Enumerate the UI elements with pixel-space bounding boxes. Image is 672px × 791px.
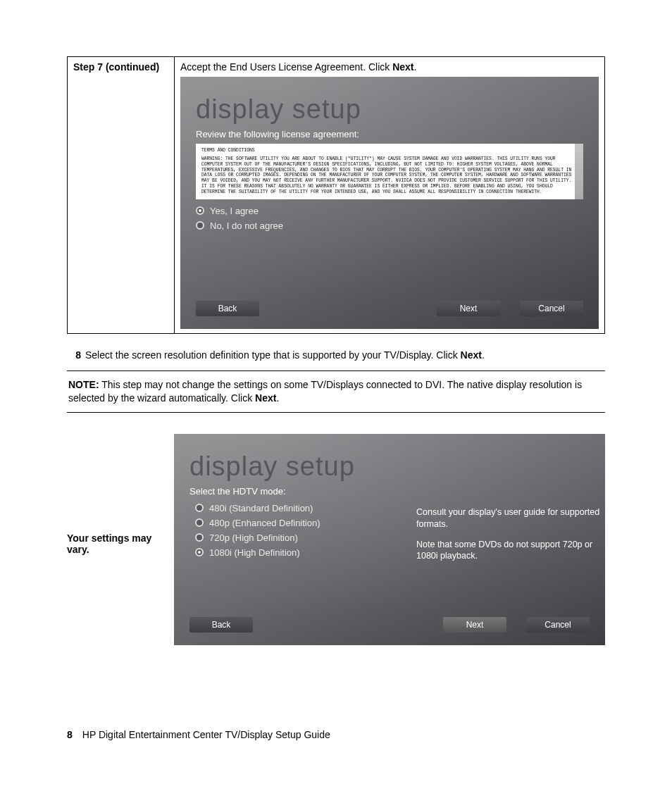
radio-480i[interactable]: 480i (Standard Definition): [174, 501, 416, 516]
note-label: NOTE:: [68, 379, 99, 390]
radio-1080i-label: 1080i (High Definition): [209, 547, 300, 558]
eula-body: WARNING: THE SOFTWARE UTILITY YOU ARE AB…: [201, 156, 578, 195]
note-body-post: .: [276, 392, 279, 404]
step8-text-bold: Next: [461, 349, 482, 361]
step8-text: Select the screen resolution definition …: [85, 349, 485, 361]
step8-text-post: .: [482, 349, 485, 361]
radio-no-label: No, I do not agree: [210, 220, 283, 231]
step7-label: Step 7 (continued): [68, 57, 175, 334]
radio-icon: [195, 518, 204, 527]
radio-1080i[interactable]: 1080i (High Definition): [174, 545, 416, 560]
next-button[interactable]: Next: [443, 617, 506, 633]
note-body-pre: This step may not change the settings on…: [68, 379, 582, 404]
page-number: 8: [67, 729, 73, 740]
radio-icon: [195, 548, 204, 556]
eula-textbox[interactable]: TERMS AND CONDITIONS WARNING: THE SOFTWA…: [196, 144, 583, 199]
step7-instr-pre: Accept the End Users License Agreement. …: [180, 61, 392, 73]
back-button[interactable]: Back: [189, 617, 253, 633]
note-body-bold: Next: [255, 392, 276, 404]
cancel-button[interactable]: Cancel: [526, 617, 590, 633]
radio-yes[interactable]: Yes, I agree: [180, 204, 599, 218]
next-button[interactable]: Next: [437, 301, 500, 316]
shot2-side-text: Consult your display's user guide for su…: [416, 501, 605, 563]
radio-icon: [195, 504, 204, 512]
radio-yes-label: Yes, I agree: [210, 206, 259, 216]
shot1-button-bar: Back Next Cancel: [180, 301, 599, 316]
figure2-row: Your settings may vary. display setup Se…: [67, 434, 605, 645]
radio-480p-label: 480p (Enhanced Definition): [209, 518, 321, 528]
step7-table: Step 7 (continued) Accept the End Users …: [67, 56, 605, 334]
page-footer: 8HP Digital Entertainment Center TV/Disp…: [67, 729, 330, 740]
shot2-subtitle: Select the HDTV mode:: [174, 485, 605, 501]
note-box: NOTE: This step may not change the setti…: [67, 370, 605, 413]
shot2-button-bar: Back Next Cancel: [174, 617, 605, 633]
shot2-side1: Consult your display's user guide for su…: [416, 506, 605, 530]
footer-title: HP Digital Entertainment Center TV/Displ…: [82, 729, 330, 740]
radio-480i-label: 480i (Standard Definition): [209, 503, 313, 513]
shot1-subtitle: Review the following license agreement:: [180, 127, 599, 144]
radio-icon: [195, 533, 204, 542]
step7-instr-post: .: [414, 61, 417, 73]
step7-instr-bold: Next: [392, 61, 413, 73]
radio-720p-label: 720p (High Definition): [209, 532, 298, 543]
step8-number: 8: [67, 349, 81, 361]
back-button[interactable]: Back: [196, 301, 259, 316]
radio-icon: [196, 206, 204, 215]
cancel-button[interactable]: Cancel: [520, 301, 583, 316]
step8-text-pre: Select the screen resolution definition …: [85, 349, 461, 361]
radio-720p[interactable]: 720p (High Definition): [174, 530, 416, 545]
shot1-title: display setup: [180, 77, 599, 127]
figure2-caption: Your settings may vary.: [67, 434, 174, 645]
display-setup-eula-screenshot: display setup Review the following licen…: [180, 77, 599, 329]
display-setup-hdtv-screenshot: display setup Select the HDTV mode: 480i…: [174, 434, 605, 645]
step7-content: Accept the End Users License Agreement. …: [175, 57, 605, 334]
radio-icon: [196, 221, 204, 230]
step7-instruction: Accept the End Users License Agreement. …: [180, 61, 599, 73]
shot2-side2: Note that some DVDs do not support 720p …: [416, 539, 605, 563]
eula-heading: TERMS AND CONDITIONS: [201, 148, 578, 154]
radio-no[interactable]: No, I do not agree: [180, 218, 599, 233]
step8-row: 8 Select the screen resolution definitio…: [67, 349, 605, 361]
shot2-title: display setup: [174, 434, 605, 485]
radio-480p[interactable]: 480p (Enhanced Definition): [174, 516, 416, 530]
